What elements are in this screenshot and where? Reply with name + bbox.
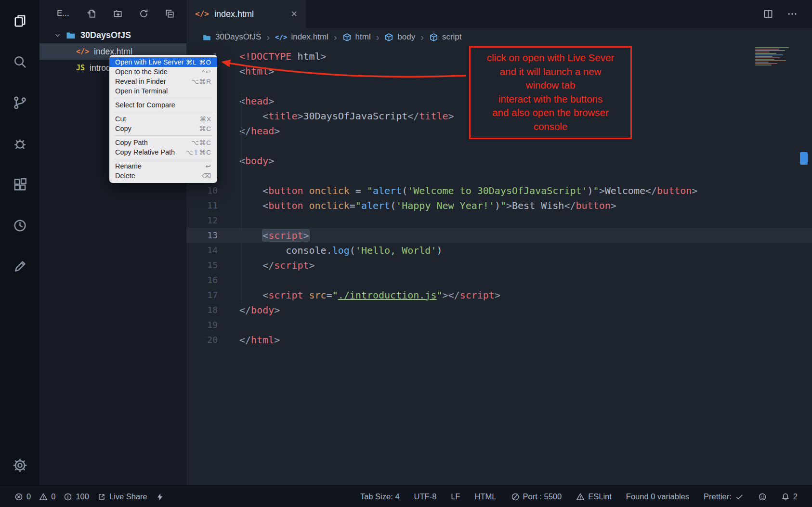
annotation-text-line: interact with the buttons [472,92,629,106]
breadcrumb-item-html[interactable]: html [342,32,371,42]
menu-item-copy[interactable]: Copy⌘C [109,124,217,133]
symbol-icon [342,33,352,42]
collapse-all-icon[interactable] [165,9,175,19]
new-folder-icon[interactable] [113,9,123,19]
menu-item-open-with-live-server[interactable]: Open with Live Server⌘L ⌘O [109,57,217,67]
new-file-icon[interactable] [87,9,97,19]
minimap-line [755,50,785,51]
menu-item-copy-relative-path[interactable]: Copy Relative Path⌥⇧⌘C [109,147,217,157]
code-line-content: <button onclick = "alert('Welcome to 30D… [218,185,697,196]
minimap[interactable] [755,47,798,65]
code-line[interactable]: 9 [186,168,812,183]
split-editor-button[interactable] [763,9,773,19]
code-line-content: </html> [218,334,280,346]
tab-close-icon[interactable]: × [291,9,297,19]
breadcrumb-label: script [442,32,462,42]
menu-item-label: Copy [115,125,131,132]
activity-debug-button[interactable] [13,136,27,151]
menu-item-open-in-terminal[interactable]: Open in Terminal [109,86,217,96]
activity-search-button[interactable] [13,54,27,69]
split-editor-icon [763,9,773,19]
tree-item-label: 30DaysOfJS [80,30,131,40]
status-eslint[interactable]: ESLint [576,492,612,501]
activity-clock-button[interactable] [13,218,27,233]
code-line[interactable]: 11 <button onclick="alert('Happy New Yea… [186,198,812,213]
status-html[interactable]: HTML [475,492,497,501]
code-line[interactable]: 10 <button onclick = "alert('Welcome to … [186,183,812,198]
more-actions-button[interactable] [787,9,798,19]
code-line-content: <html> [218,65,274,77]
context-menu: Open with Live Server⌘L ⌘OOpen to the Si… [109,55,217,183]
menu-item-rename[interactable]: Rename↩ [109,161,217,171]
menu-item-label: Rename [115,162,142,170]
menu-item-label: Copy Path [115,139,148,146]
search-icon [13,54,27,69]
status-100[interactable]: 100 [64,492,89,501]
code-line[interactable]: 7 [186,138,812,153]
refresh-icon[interactable] [139,9,149,19]
status-0[interactable]: 0 [39,492,55,501]
clock-icon [13,218,27,233]
symbol-icon [429,33,438,42]
code-line[interactable]: 16 [186,273,812,287]
minimap-line [755,60,786,61]
explorer-actions [87,9,175,19]
code-line[interactable]: 17 <script src="./introduction.js"></scr… [186,287,812,302]
tab-index-html[interactable]: </> index.html × [186,0,306,28]
code-line[interactable]: 14 console.log('Hello, World') [186,243,812,258]
files-icon [13,13,27,28]
code-line[interactable]: 13 <script> [186,228,812,243]
annotation-text-line: and also open the browser [472,106,629,120]
menu-separator [114,135,212,136]
status-2[interactable]: 2 [781,492,798,501]
menu-item-reveal-in-finder[interactable]: Reveal in Finder⌥⌘R [109,77,217,86]
activity-files-button[interactable] [13,13,27,28]
status-smiley-icon[interactable] [758,493,767,501]
activity-extensions-button[interactable] [13,177,27,192]
activity-settings-gear-button[interactable] [13,458,27,473]
menu-item-select-for-compare[interactable]: Select for Compare [109,100,217,110]
breadcrumb-item-30daysofjs[interactable]: 30DaysOfJS [202,32,261,42]
status-label: UTF-8 [414,492,437,501]
code-line[interactable]: 20</html> [186,332,812,347]
menu-item-label: Delete [115,172,135,180]
status-label: Port : 5500 [523,492,562,501]
line-number: 18 [186,305,218,315]
line-number: 12 [186,215,218,225]
status-zap-icon[interactable] [156,493,164,501]
menu-item-shortcut: ↩ [206,162,211,170]
more-actions-icon [787,9,798,19]
line-number: 19 [186,320,218,330]
status-tab-size-4[interactable]: Tab Size: 4 [360,492,400,501]
code-line[interactable]: 12 [186,213,812,228]
menu-item-delete[interactable]: Delete⌫ [109,171,217,181]
menu-item-copy-path[interactable]: Copy Path⌥⌘C [109,138,217,147]
menu-item-label: Open in Terminal [115,87,168,95]
status-live-share[interactable]: Live Share [97,492,147,501]
menu-item-open-to-the-side[interactable]: Open to the Side^↩ [109,67,217,77]
activity-source-control-button[interactable] [13,95,27,110]
breadcrumb-item-body[interactable]: body [384,32,415,42]
status-port-5500[interactable]: Port : 5500 [511,492,562,501]
status-found-0-variables[interactable]: Found 0 variables [626,492,689,501]
activity-pen-button[interactable] [13,259,27,274]
status-label: Live Share [109,492,147,501]
status-0[interactable]: 0 [14,492,31,501]
status-utf-8[interactable]: UTF-8 [414,492,437,501]
menu-item-cut[interactable]: Cut⌘X [109,114,217,124]
breadcrumb-label: 30DaysOfJS [215,32,261,42]
status-lf[interactable]: LF [451,492,460,501]
status-prettier[interactable]: Prettier: [704,492,744,501]
breadcrumb-item-script[interactable]: script [429,32,462,42]
tree-item-30daysofjs[interactable]: 30DaysOfJS [39,27,186,43]
code-line[interactable]: 18</body> [186,302,812,317]
breadcrumb-label: html [355,32,371,42]
menu-item-shortcut: ^↩ [202,68,211,76]
annotation-text-line: and it will launch a new [472,65,629,79]
breadcrumb-item-index-html[interactable]: </>index.html [275,32,328,42]
code-line[interactable]: 19 [186,317,812,332]
code-line[interactable]: 15 </script> [186,258,812,273]
status-label: 100 [76,492,89,501]
minimap-line [755,54,783,55]
code-line[interactable]: 8<body> [186,153,812,168]
